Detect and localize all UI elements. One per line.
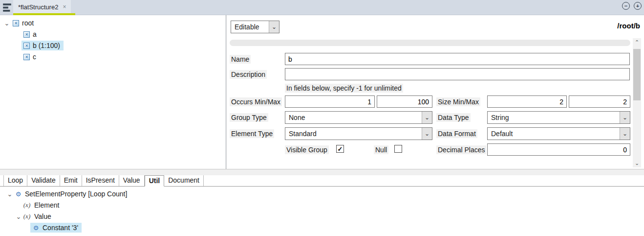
element-type-dropdown[interactable]: Standard ⌄ (285, 127, 432, 140)
bottom-tab-bar: Loop Validate Emit IsPresent Value Util … (0, 175, 644, 187)
scrollbar-thumb[interactable] (633, 49, 641, 100)
element-type-value: Standard (285, 128, 422, 140)
editor-tab-flatstructure2[interactable]: *flatStructure2 × (13, 0, 71, 14)
occurs-max-input[interactable] (377, 95, 432, 108)
visible-group-checkbox[interactable]: ✓ (336, 145, 344, 153)
chevron-down-icon[interactable]: ⌄ (4, 20, 10, 26)
data-format-dropdown[interactable]: Default ⌄ (487, 127, 630, 140)
data-type-dropdown[interactable]: String ⌄ (487, 111, 630, 124)
unlimited-hint-text: In fields below, specify -1 for unlimite… (285, 84, 403, 93)
description-input[interactable] (285, 68, 630, 80)
check-icon: ✓ (338, 145, 343, 153)
chevron-down-icon: ⌄ (422, 128, 432, 140)
tab-emit[interactable]: Emit (60, 175, 82, 186)
editable-mode-dropdown[interactable]: Editable ⌄ (231, 21, 279, 33)
group-type-value: None (285, 112, 422, 123)
data-type-value: String (488, 112, 620, 123)
size-min-input[interactable] (487, 95, 567, 108)
chevron-down-icon: ⌄ (620, 128, 630, 140)
group-type-dropdown[interactable]: None ⌄ (285, 111, 432, 124)
tree-label-setelementproperty: SetElementProperty [Loop Count] (25, 190, 127, 198)
horizontal-scrollbar[interactable] (230, 40, 630, 46)
tree-label-root: root (22, 19, 34, 27)
scroll-down-icon[interactable]: ⌄ (633, 159, 641, 167)
occurs-min-max-label: Occurs Min/Max (230, 97, 282, 106)
tab-ispresent[interactable]: IsPresent (82, 175, 119, 186)
tree-row-a[interactable]: ✕ a (0, 29, 226, 40)
tab-validate[interactable]: Validate (27, 175, 60, 186)
element-properties-panel: Editable ⌄ /root/b Name Description In f… (227, 15, 644, 169)
tab-loop[interactable]: Loop (3, 175, 27, 186)
name-label: Name (230, 55, 251, 64)
tab-util[interactable]: Util (145, 175, 165, 187)
description-label: Description (230, 70, 267, 79)
tree-label-value: Value (34, 212, 51, 220)
flat-structure-icon (2, 3, 12, 12)
tree-row-value[interactable]: ⌄ (x) Value (0, 211, 644, 222)
null-checkbox[interactable] (394, 145, 402, 153)
chevron-down-icon[interactable]: ⌄ (7, 191, 13, 197)
data-type-label: Data Type (436, 113, 471, 122)
occurs-min-input[interactable] (285, 95, 375, 108)
tab-close-icon[interactable]: × (63, 3, 66, 10)
editor-tab-bar: *flatStructure2 × − + (0, 0, 644, 15)
data-format-value: Default (488, 128, 620, 140)
visible-group-label: Visible Group (285, 145, 329, 154)
decimal-places-input[interactable] (487, 143, 630, 156)
record-node-icon: ✕ (23, 31, 30, 38)
structure-tree-panel: ⌄ ✕ root ✕ a ✕ b (1:100) ✕ c (0, 15, 226, 169)
group-type-label: Group Type (230, 113, 268, 122)
tab-value[interactable]: Value (119, 175, 145, 186)
record-node-icon: ✕ (23, 54, 30, 60)
conditions-panel: Loop Validate Emit IsPresent Value Util … (0, 175, 644, 236)
service-icon: ⚙ (15, 190, 22, 198)
maximize-view-icon[interactable]: + (634, 2, 642, 10)
record-node-icon: ✕ (23, 43, 30, 49)
vertical-scrollbar[interactable]: ⌃ ⌄ (633, 38, 641, 167)
name-input[interactable] (285, 53, 630, 65)
chevron-down-icon: ⌄ (620, 112, 630, 123)
tree-row-b[interactable]: ✕ b (1:100) (0, 40, 226, 51)
tree-row-constant[interactable]: ⚙ Constant '3' (0, 222, 644, 233)
chevron-down-icon: ⌄ (422, 112, 432, 123)
tree-label-element: Element (34, 201, 59, 209)
tab-document[interactable]: Document (164, 175, 204, 186)
variable-icon: (x) (22, 212, 31, 220)
selected-row-highlight: ✕ b (1:100) (21, 41, 64, 50)
util-expression-tree: ⌄ ⚙ SetElementProperty [Loop Count] (x) … (0, 187, 644, 236)
editor-tab-title: *flatStructure2 (18, 3, 58, 11)
tree-label-a: a (33, 30, 37, 38)
size-min-max-label: Size Min/Max (436, 97, 480, 106)
tree-row-root[interactable]: ⌄ ✕ root (0, 18, 226, 28)
minimize-view-icon[interactable]: − (622, 2, 630, 10)
data-format-label: Data Format (436, 129, 477, 138)
horizontal-splitter[interactable] (0, 169, 644, 175)
record-node-icon: ✕ (13, 20, 19, 26)
flat-structure-editor-window: *flatStructure2 × − + ⌄ ✕ root ✕ a ✕ b (… (0, 0, 644, 236)
tree-row-setelementproperty[interactable]: ⌄ ⚙ SetElementProperty [Loop Count] (0, 189, 644, 199)
tree-label-c: c (33, 53, 36, 61)
editable-mode-value: Editable (231, 21, 269, 33)
null-label: Null (374, 145, 388, 154)
tree-row-element[interactable]: (x) Element (0, 200, 644, 211)
element-type-label: Element Type (230, 129, 274, 138)
chevron-down-icon[interactable]: ⌄ (16, 213, 21, 220)
chevron-down-icon: ⌄ (269, 21, 279, 33)
decimal-places-label: Decimal Places (436, 145, 486, 154)
size-max-input[interactable] (569, 95, 630, 108)
tree-row-c[interactable]: ✕ c (0, 51, 226, 62)
selected-row-highlight: ⚙ Constant '3' (30, 223, 82, 233)
scroll-up-icon[interactable]: ⌃ (633, 38, 641, 47)
tree-label-b: b (1:100) (33, 42, 60, 49)
variable-icon: (x) (22, 201, 31, 209)
element-path: /root/b (617, 22, 640, 30)
service-icon: ⚙ (32, 224, 40, 232)
tree-label-constant: Constant '3' (43, 224, 78, 232)
